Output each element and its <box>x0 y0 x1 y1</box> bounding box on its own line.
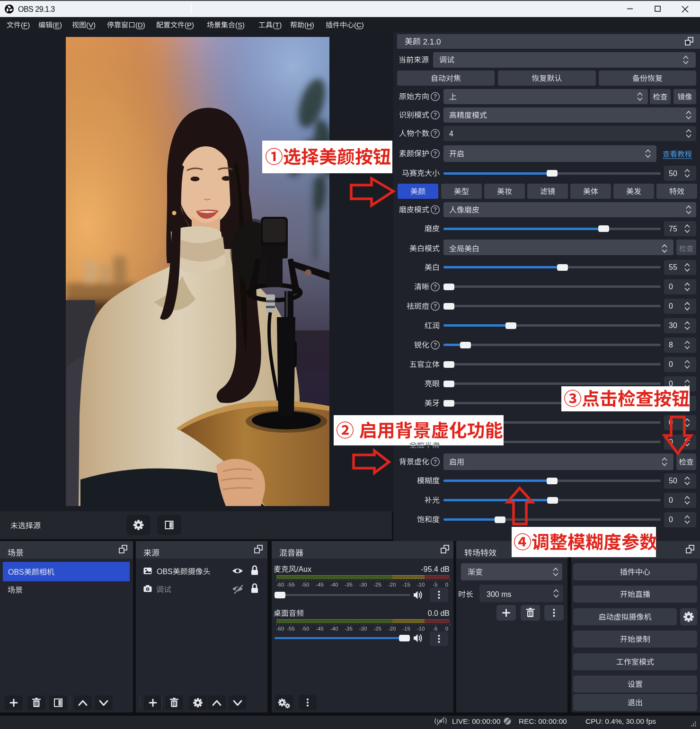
svg-text:8: 8 <box>669 341 673 349</box>
svg-text:?: ? <box>434 93 437 100</box>
svg-text:?: ? <box>434 342 437 348</box>
svg-text:0: 0 <box>669 302 673 310</box>
svg-text:(T): (T) <box>273 21 282 29</box>
svg-text:0: 0 <box>445 626 448 631</box>
svg-text:0: 0 <box>445 582 448 587</box>
svg-text:0: 0 <box>669 496 673 504</box>
svg-text:REC: 00:00:00: REC: 00:00:00 <box>519 717 567 725</box>
svg-text:-20: -20 <box>388 626 396 631</box>
svg-text:-35: -35 <box>345 626 353 631</box>
svg-text:(D): (D) <box>135 21 145 29</box>
svg-text:55: 55 <box>669 263 677 271</box>
svg-text:(P): (P) <box>185 21 194 29</box>
svg-text:(E): (E) <box>53 21 62 29</box>
svg-text:-50: -50 <box>301 626 310 631</box>
svg-text:?: ? <box>434 112 437 118</box>
svg-text:50: 50 <box>669 169 677 178</box>
svg-text:-40: -40 <box>330 582 338 587</box>
svg-text:OBS 29.1.3: OBS 29.1.3 <box>18 5 55 13</box>
svg-text:?: ? <box>434 459 437 465</box>
svg-text:0.0 dB: 0.0 dB <box>428 609 450 617</box>
svg-text:30: 30 <box>669 321 677 329</box>
svg-text:(V): (V) <box>86 21 96 29</box>
svg-text:0: 0 <box>669 283 673 291</box>
svg-text:?: ? <box>434 303 437 310</box>
svg-text:50: 50 <box>669 477 677 485</box>
svg-text:-5: -5 <box>433 582 437 587</box>
svg-text:-45: -45 <box>316 582 324 587</box>
svg-text:-15: -15 <box>402 626 410 631</box>
svg-text:-25: -25 <box>373 582 381 587</box>
svg-text:(F): (F) <box>21 21 30 29</box>
svg-text:-95.4 dB: -95.4 dB <box>421 565 450 573</box>
svg-text:?: ? <box>434 206 437 213</box>
svg-text:-35: -35 <box>345 582 353 587</box>
svg-text:-25: -25 <box>373 626 381 631</box>
svg-text:-45: -45 <box>316 626 324 631</box>
svg-text:?: ? <box>434 284 437 290</box>
svg-text:-10: -10 <box>417 626 425 631</box>
svg-text:OBS: OBS <box>8 568 24 576</box>
svg-text:300 ms: 300 ms <box>487 590 511 598</box>
svg-text:-10: -10 <box>417 582 425 587</box>
svg-text:4: 4 <box>449 130 453 138</box>
svg-text:/Aux: /Aux <box>296 565 311 573</box>
svg-text:0: 0 <box>669 360 673 368</box>
svg-text:-20: -20 <box>388 582 396 587</box>
svg-text:?: ? <box>434 151 437 157</box>
svg-text:2.1.0: 2.1.0 <box>423 37 441 46</box>
svg-text:OBS: OBS <box>157 568 173 576</box>
svg-text:-30: -30 <box>359 626 367 631</box>
svg-text:-55: -55 <box>287 626 295 631</box>
svg-text:0: 0 <box>669 516 673 524</box>
svg-text:-15: -15 <box>402 582 410 587</box>
svg-text:LIVE: 00:00:00: LIVE: 00:00:00 <box>452 717 501 725</box>
svg-text:(C): (C) <box>354 21 364 29</box>
svg-text:-30: -30 <box>359 582 367 587</box>
svg-text:(H): (H) <box>304 21 314 29</box>
svg-text:?: ? <box>434 130 437 137</box>
svg-text:CPU: 0.4%, 30.00 fps: CPU: 0.4%, 30.00 fps <box>585 717 656 725</box>
svg-text:75: 75 <box>669 225 677 233</box>
svg-text:-60: -60 <box>276 626 284 631</box>
svg-text:-55: -55 <box>287 582 295 587</box>
svg-text:-5: -5 <box>433 626 437 631</box>
svg-text:(S): (S) <box>235 21 245 29</box>
svg-text:-60: -60 <box>276 582 284 587</box>
svg-text:-40: -40 <box>330 626 338 631</box>
svg-text:-50: -50 <box>301 582 310 587</box>
